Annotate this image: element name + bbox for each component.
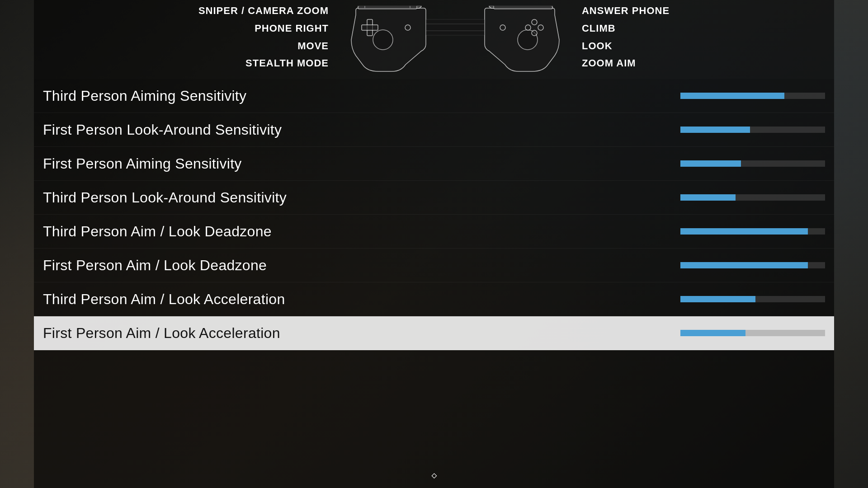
svg-point-4 <box>405 25 410 30</box>
scroll-icon: ⬦ <box>430 467 438 482</box>
ctrl-label-phone-right: PHONE RIGHT <box>255 22 329 36</box>
settings-bar-container[interactable] <box>680 262 825 268</box>
settings-row-label: Third Person Look-Around Sensitivity <box>43 189 287 206</box>
settings-row[interactable]: Third Person Look-Around Sensitivity <box>34 181 834 215</box>
settings-bar-container[interactable] <box>680 296 825 302</box>
svg-point-12 <box>525 25 531 30</box>
controller-diagram <box>338 4 573 76</box>
settings-bar-fill <box>680 296 755 302</box>
settings-row-label: First Person Aiming Sensitivity <box>43 155 242 172</box>
controller-area: SNIPER / CAMERA ZOOM PHONE RIGHT MOVE ST… <box>34 0 834 79</box>
svg-rect-3 <box>362 25 378 30</box>
settings-row[interactable]: Third Person Aim / Look Deadzone <box>34 215 834 249</box>
settings-row[interactable]: First Person Look-Around Sensitivity <box>34 113 834 147</box>
settings-bar-container[interactable] <box>680 194 825 201</box>
ctrl-label-climb: CLIMB <box>582 22 616 36</box>
settings-bar-fill <box>680 194 736 201</box>
svg-point-11 <box>532 30 537 36</box>
settings-row-label: First Person Aim / Look Acceleration <box>43 325 280 342</box>
settings-row[interactable]: First Person Aim / Look Acceleration <box>34 316 834 350</box>
settings-bar-container[interactable] <box>680 330 825 336</box>
svg-rect-0 <box>358 6 417 9</box>
settings-bar-fill <box>680 330 745 336</box>
ctrl-label-move: MOVE <box>297 39 329 53</box>
settings-bar-fill <box>680 228 808 235</box>
svg-point-10 <box>532 19 537 25</box>
ctrl-label-answer: ANSWER PHONE <box>582 4 670 18</box>
svg-rect-16 <box>426 19 485 35</box>
settings-row-label: Third Person Aim / Look Deadzone <box>43 223 272 240</box>
svg-point-1 <box>373 30 393 50</box>
settings-row-label: Third Person Aiming Sensitivity <box>43 88 246 104</box>
controller-labels-left: SNIPER / CAMERA ZOOM PHONE RIGHT MOVE ST… <box>198 4 329 75</box>
settings-bar-container[interactable] <box>680 228 825 235</box>
settings-list: Third Person Aiming SensitivityFirst Per… <box>34 79 834 461</box>
settings-row[interactable]: Third Person Aiming Sensitivity <box>34 79 834 113</box>
settings-row[interactable]: First Person Aim / Look Deadzone <box>34 249 834 282</box>
ctrl-label-zoom: ZOOM AIM <box>582 56 636 70</box>
settings-row[interactable]: First Person Aiming Sensitivity <box>34 147 834 181</box>
ctrl-label-stealth: STEALTH MODE <box>245 56 329 70</box>
settings-bar-fill <box>680 127 750 133</box>
settings-row-label: First Person Aim / Look Deadzone <box>43 257 267 274</box>
ctrl-label-sniper: SNIPER / CAMERA ZOOM <box>198 4 329 18</box>
settings-bar-fill <box>680 160 741 167</box>
svg-point-13 <box>500 25 505 30</box>
settings-row-label: First Person Look-Around Sensitivity <box>43 122 282 138</box>
settings-bar-fill <box>680 93 784 99</box>
settings-row-label: Third Person Aim / Look Acceleration <box>43 291 285 308</box>
settings-bar-fill <box>680 262 808 268</box>
svg-rect-7 <box>494 6 552 9</box>
settings-bar-container[interactable] <box>680 127 825 133</box>
controller-labels-right: ANSWER PHONE CLIMB LOOK ZOOM AIM <box>582 4 670 75</box>
ctrl-label-look: LOOK <box>582 39 613 53</box>
bottom-nav: ⬦ <box>34 461 834 488</box>
settings-bar-container[interactable] <box>680 93 825 99</box>
settings-row[interactable]: Third Person Aim / Look Acceleration <box>34 282 834 316</box>
svg-point-9 <box>538 25 543 30</box>
settings-bar-container[interactable] <box>680 160 825 167</box>
